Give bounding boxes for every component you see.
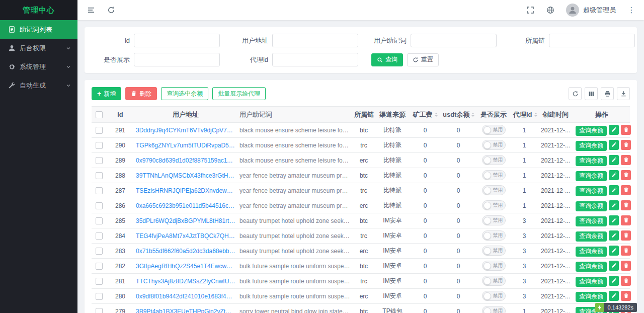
show-toggle[interactable]: 禁用	[482, 291, 506, 301]
delete-row-button[interactable]	[621, 170, 631, 180]
edit-button[interactable]	[609, 215, 619, 225]
delete-row-button[interactable]	[621, 155, 631, 165]
delete-row-button[interactable]	[621, 230, 631, 241]
search-input-show[interactable]	[134, 53, 220, 66]
cell-address[interactable]: 3B9Pt4ab1BX3EUeTHPpGjn2vZtB97Lrykm	[136, 308, 235, 313]
delete-button[interactable]: 删除	[125, 87, 157, 100]
search-input-agent[interactable]	[272, 53, 358, 66]
show-toggle[interactable]: 禁用	[482, 230, 506, 241]
search-input-address[interactable]	[272, 34, 358, 47]
refresh-page-icon[interactable]	[107, 6, 116, 15]
add-button[interactable]: + 新增	[92, 87, 121, 100]
columns-icon[interactable]	[585, 87, 598, 100]
query-balance-button[interactable]: 查询余额	[576, 156, 607, 166]
query-balance-button[interactable]: 查询余额	[576, 171, 607, 181]
delete-row-button[interactable]	[621, 276, 631, 286]
batch-show-button[interactable]: 批量展示给代理	[212, 87, 266, 100]
edit-button[interactable]	[609, 185, 619, 195]
row-checkbox[interactable]	[96, 263, 103, 270]
row-checkbox[interactable]	[96, 217, 103, 224]
row-checkbox[interactable]	[96, 127, 103, 134]
sidebar-item-auto-generate[interactable]: 自动生成	[0, 76, 77, 95]
cell-address[interactable]: 3GtfpAegRfHhQz2S45e1T4EwcwdiQ1mQa8	[136, 263, 235, 270]
query-balance-button[interactable]: 查询余额	[576, 277, 607, 287]
row-checkbox[interactable]	[96, 202, 103, 209]
row-checkbox[interactable]	[96, 278, 103, 285]
print-icon[interactable]	[601, 87, 614, 100]
query-balance-button[interactable]: 查询余额	[576, 126, 607, 136]
show-toggle[interactable]: 禁用	[482, 246, 506, 256]
row-checkbox[interactable]	[96, 142, 103, 149]
show-toggle[interactable]: 禁用	[482, 155, 506, 165]
refresh-table-icon[interactable]	[569, 87, 582, 100]
row-checkbox[interactable]	[96, 157, 103, 164]
delete-row-button[interactable]	[621, 261, 631, 271]
search-button[interactable]: 查询	[371, 53, 403, 66]
edit-button[interactable]	[609, 170, 619, 180]
delete-row-button[interactable]	[621, 246, 631, 256]
query-balance-button[interactable]: 查询余额	[576, 262, 607, 272]
search-input-chain[interactable]	[549, 34, 635, 47]
search-input-id[interactable]	[134, 34, 220, 47]
reset-button[interactable]: 重置	[407, 53, 439, 66]
cell-address[interactable]: TEG4fvjPeA8Mt7x4JztTBQCk7QH69fmvM3	[136, 232, 235, 240]
show-toggle[interactable]: 禁用	[482, 170, 506, 180]
query-balance-button[interactable]: 查询余额	[576, 247, 607, 257]
col-header-fee-sort[interactable]: 矿工费	[410, 107, 441, 123]
delete-row-button[interactable]	[621, 200, 631, 210]
row-checkbox[interactable]	[96, 308, 103, 313]
search-input-mnemonic[interactable]	[411, 34, 497, 47]
delete-row-button[interactable]	[621, 291, 631, 301]
cell-address[interactable]: 0x9df8f01b9442df241010e1683f4b4ffd3b97..…	[136, 293, 235, 300]
query-balance-button[interactable]: 查询余额	[576, 141, 607, 151]
edit-button[interactable]	[609, 155, 619, 165]
delete-row-button[interactable]	[621, 140, 631, 150]
show-toggle[interactable]: 禁用	[482, 125, 506, 135]
sidebar-item-system-management[interactable]: 系统管理	[0, 57, 77, 76]
show-toggle[interactable]: 禁用	[482, 261, 506, 271]
col-header-agent-sort[interactable]: 代理id	[511, 107, 537, 123]
export-icon[interactable]	[617, 87, 630, 100]
query-balance-button[interactable]: 查询余额	[576, 216, 607, 226]
sidebar-item-mnemonic-list[interactable]: 助记词列表	[0, 20, 77, 39]
edit-button[interactable]	[609, 230, 619, 241]
fullscreen-icon[interactable]	[526, 6, 535, 15]
query-selected-button[interactable]: 查询选中余额	[161, 87, 208, 100]
row-checkbox[interactable]	[96, 172, 103, 179]
row-checkbox[interactable]	[96, 293, 103, 300]
cell-address[interactable]: TTCThys3Aj8z8DZMSsZ2fyCnwfUvrCus7U	[136, 278, 235, 285]
language-globe-icon[interactable]	[546, 6, 555, 15]
row-checkbox[interactable]	[96, 187, 103, 194]
delete-row-button[interactable]	[621, 185, 631, 195]
query-balance-button[interactable]: 查询余额	[576, 201, 607, 211]
cell-address[interactable]: 0xa665c6923b951e011d5b44516cb87505d...	[136, 202, 235, 209]
cell-address[interactable]: TSEzisHRNRJQiPEja62DXnvdewC7tcjS5z	[136, 187, 235, 194]
edit-button[interactable]	[609, 276, 619, 286]
cell-address[interactable]: 35dPLr6WQ2djBxBGPYML8tH81rtgPmhexS	[136, 217, 235, 224]
edit-button[interactable]	[609, 261, 619, 271]
row-checkbox[interactable]	[96, 248, 103, 255]
avatar[interactable]	[566, 4, 579, 17]
more-menu-icon[interactable]: ⋮	[627, 6, 636, 15]
cell-address[interactable]: 0x9790c8d639d1d02f8875159ac11da5181a...	[136, 157, 235, 164]
edit-button[interactable]	[609, 291, 619, 301]
cell-address[interactable]: 0x71b55df662f60a5d2dc3da68ebbee9f3e8c...	[136, 248, 235, 255]
edit-button[interactable]	[609, 125, 619, 135]
collapse-menu-icon[interactable]	[87, 6, 96, 15]
delete-row-button[interactable]	[621, 215, 631, 225]
show-toggle[interactable]: 禁用	[482, 185, 506, 195]
show-toggle[interactable]: 禁用	[482, 306, 506, 313]
edit-button[interactable]	[609, 200, 619, 210]
select-all-checkbox[interactable]	[96, 111, 103, 118]
row-checkbox[interactable]	[96, 232, 103, 240]
edit-button[interactable]	[609, 246, 619, 256]
show-toggle[interactable]: 禁用	[482, 215, 506, 225]
show-toggle[interactable]: 禁用	[482, 276, 506, 286]
delete-row-button[interactable]	[621, 125, 631, 135]
cell-address[interactable]: 3DddryJ9q4CYKmT6VTv9djCpV79kH5AWyp	[136, 127, 235, 134]
cell-address[interactable]: TGPk6gZNYLv7um5tTUDiRvpaD5GrdMC1qT	[136, 142, 235, 149]
query-balance-button[interactable]: 查询余额	[576, 292, 607, 302]
edit-button[interactable]	[609, 140, 619, 150]
query-balance-button[interactable]: 查询余额	[576, 186, 607, 196]
col-header-usdt-sort[interactable]: usdt余额	[441, 107, 476, 123]
